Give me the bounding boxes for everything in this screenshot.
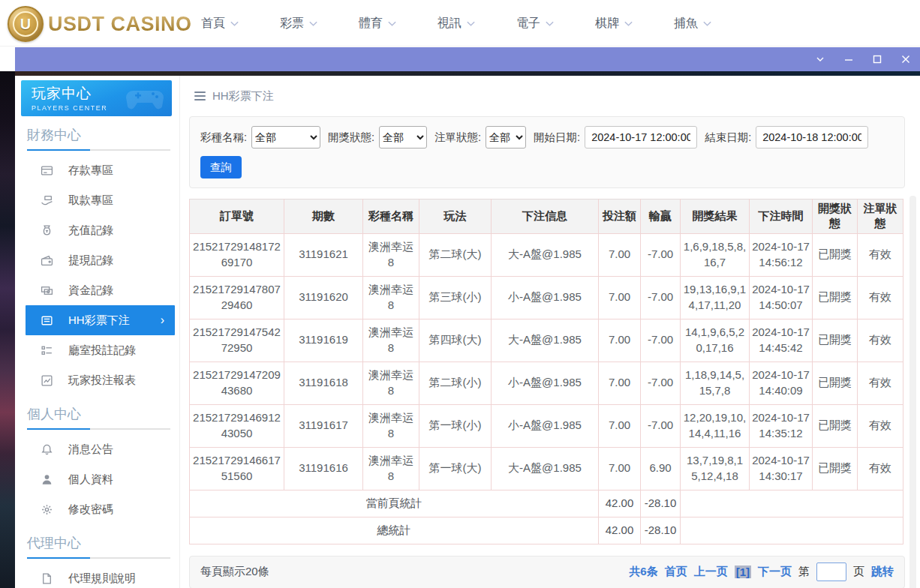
table-cell: 第四球(大) — [419, 319, 492, 362]
table-cell: 31191618 — [284, 362, 363, 404]
sidebar-item-廳室投註記錄[interactable]: 廳室投註記錄 — [15, 335, 179, 365]
table-cell: -7.00 — [641, 233, 681, 276]
table-cell: 小-A盤@1.985 — [492, 404, 599, 447]
table-cell: 大-A盤@1.985 — [492, 233, 599, 276]
bets-table: 訂單號期數彩種名稱玩法下注信息投注額輸贏開獎結果下注時間開獎狀態注單狀態 215… — [189, 199, 903, 544]
sidebar-item-提現記錄[interactable]: 提現記錄 — [15, 245, 179, 275]
vertical-scrollbar[interactable] — [909, 196, 916, 588]
table-cell: 已開獎 — [813, 447, 858, 490]
start-date-input[interactable] — [585, 126, 697, 148]
sidebar-item-label: 取款專區 — [68, 194, 113, 208]
table-cell: 7.00 — [599, 233, 641, 276]
total-count: 共6条 — [629, 565, 657, 579]
nav-item-視訊[interactable]: 視訊 — [437, 16, 476, 32]
top-nav-bar: U USDT CASINO 首頁彩票體育視訊電子棋牌捕魚 — [0, 0, 920, 46]
table-cell: 2024-10-17 14:40:09 — [750, 362, 813, 404]
chevron-right-icon: › — [161, 314, 164, 327]
nav-item-首頁[interactable]: 首頁 — [201, 16, 239, 32]
sidebar-item-修改密碼[interactable]: 修改密碼 — [15, 494, 179, 524]
maximize-icon[interactable] — [867, 51, 887, 68]
page-jump-input[interactable] — [816, 562, 846, 581]
first-page-link[interactable]: 首页 — [665, 565, 687, 579]
close-icon[interactable] — [896, 51, 915, 68]
order-status-label: 注單狀態: — [434, 130, 481, 145]
coin-letter: U — [13, 11, 38, 37]
prev-page-link[interactable]: 上一页 — [694, 565, 728, 579]
brand[interactable]: U USDT CASINO — [8, 6, 192, 42]
chevron-down-icon — [387, 19, 397, 28]
chevron-down-icon[interactable] — [810, 51, 830, 68]
draw-status-select[interactable]: 全部 — [379, 126, 427, 148]
summary-row: 總統計42.00-28.10 — [190, 517, 903, 544]
table-cell: 第一球(大) — [419, 447, 492, 490]
table-cell: 1,6,9,18,5,8,16,7 — [681, 233, 750, 276]
table-cell: 2152172914661751560 — [190, 447, 284, 490]
table-row: 215217291466175156031191616澳洲幸运8第一球(大)大-… — [190, 447, 903, 490]
table-body: 215217291481726917031191621澳洲幸运8第二球(大)大-… — [190, 233, 903, 544]
table-cell: 7.00 — [599, 276, 641, 319]
sidebar-header: 玩家中心 PLAYERS CENTER — [21, 80, 172, 116]
table-cell: 12,20,19,10,14,4,11,16 — [681, 404, 750, 447]
sidebar-section: 個人中心消息公告個人資料修改密碼 — [15, 404, 179, 524]
player-center-window: 玩家中心 PLAYERS CENTER 財務中心存款專區取款專區充值記錄提現記錄… — [15, 76, 920, 588]
nav-item-體育[interactable]: 體育 — [359, 16, 397, 32]
sidebar-item-資金記錄[interactable]: 資金記錄 — [15, 275, 179, 305]
table-row: 215217291475427295031191619澳洲幸运8第四球(大)大-… — [190, 319, 903, 362]
table-row: 215217291481726917031191621澳洲幸运8第二球(大)大-… — [190, 233, 903, 276]
sidebar-item-消息公告[interactable]: 消息公告 — [15, 434, 179, 464]
table-cell: 有效 — [858, 362, 903, 404]
sidebar-item-充值記錄[interactable]: 充值記錄 — [15, 215, 179, 245]
table-cell: 31191619 — [284, 319, 363, 362]
col-header: 輸贏 — [641, 200, 681, 234]
table-cell: 2152172914817269170 — [190, 233, 284, 276]
table-cell: 2024-10-17 14:30:17 — [750, 447, 813, 490]
table-cell: 澳洲幸运8 — [363, 447, 419, 490]
table-cell: -7.00 — [641, 404, 681, 447]
draw-status-label: 開獎狀態: — [328, 130, 374, 145]
table-cell: 澳洲幸运8 — [363, 233, 419, 276]
nav-item-棋牌[interactable]: 棋牌 — [595, 16, 633, 32]
pager: 共6条 首页 上一页 [1] 下一页 第 页 跳转 — [629, 562, 894, 581]
sidebar-item-個人資料[interactable]: 個人資料 — [15, 464, 179, 494]
table-cell: 7.00 — [599, 447, 641, 490]
jump-link[interactable]: 跳转 — [871, 565, 894, 579]
wallet-icon — [41, 254, 54, 267]
bet-list-icon — [41, 314, 54, 327]
next-page-link[interactable]: 下一页 — [758, 565, 792, 579]
lottery-name-select[interactable]: 全部 — [251, 126, 320, 148]
start-date-label: 開始日期: — [534, 130, 580, 145]
sidebar-item-HH彩票下注[interactable]: HH彩票下注› — [26, 305, 175, 335]
table-cell: 澳洲幸运8 — [363, 362, 419, 404]
nav-item-捕魚[interactable]: 捕魚 — [674, 16, 712, 32]
withdraw-hand-icon — [41, 194, 54, 207]
main-nav: 首頁彩票體育視訊電子棋牌捕魚 — [201, 0, 712, 46]
page-size-label: 每頁顯示20條 — [200, 565, 269, 579]
nav-item-彩票[interactable]: 彩票 — [280, 16, 318, 32]
table-header-row: 訂單號期數彩種名稱玩法下注信息投注額輸贏開獎結果下注時間開獎狀態注單狀態 — [190, 200, 903, 234]
moneybag-icon — [41, 224, 54, 237]
pagination-bar: 每頁顯示20條 共6条 首页 上一页 [1] 下一页 第 页 跳转 — [189, 556, 905, 588]
report-chart-icon — [41, 374, 54, 387]
section-divider — [27, 428, 170, 430]
jump-prefix: 第 — [798, 565, 810, 579]
sidebar-item-取款專區[interactable]: 取款專區 — [15, 185, 179, 215]
table-cell: 已開獎 — [813, 233, 858, 276]
nav-item-電子[interactable]: 電子 — [516, 16, 555, 32]
sidebar-item-存款專區[interactable]: 存款專區 — [15, 155, 179, 185]
end-date-input[interactable] — [756, 126, 868, 148]
table-cell: 2024-10-17 14:56:12 — [750, 233, 813, 276]
query-button[interactable]: 查詢 — [200, 156, 242, 178]
sidebar: 玩家中心 PLAYERS CENTER 財務中心存款專區取款專區充值記錄提現記錄… — [15, 76, 180, 588]
order-status-select[interactable]: 全部 — [486, 126, 526, 148]
table-cell: 已開獎 — [813, 404, 858, 447]
document-icon — [41, 572, 54, 585]
sidebar-item-玩家投注報表[interactable]: 玩家投注報表 — [15, 365, 179, 395]
deposit-card-icon — [41, 164, 54, 177]
table-cell: 6.90 — [641, 447, 681, 490]
table-row: 215217291478072946031191620澳洲幸运8第三球(小)小-… — [190, 276, 903, 319]
hamburger-icon[interactable] — [194, 92, 206, 100]
sidebar-section-title: 個人中心 — [15, 404, 179, 424]
minimize-icon[interactable] — [839, 51, 858, 68]
table-cell: 7.00 — [599, 319, 641, 362]
sidebar-item-代理規則說明[interactable]: 代理規則說明 — [15, 563, 179, 588]
